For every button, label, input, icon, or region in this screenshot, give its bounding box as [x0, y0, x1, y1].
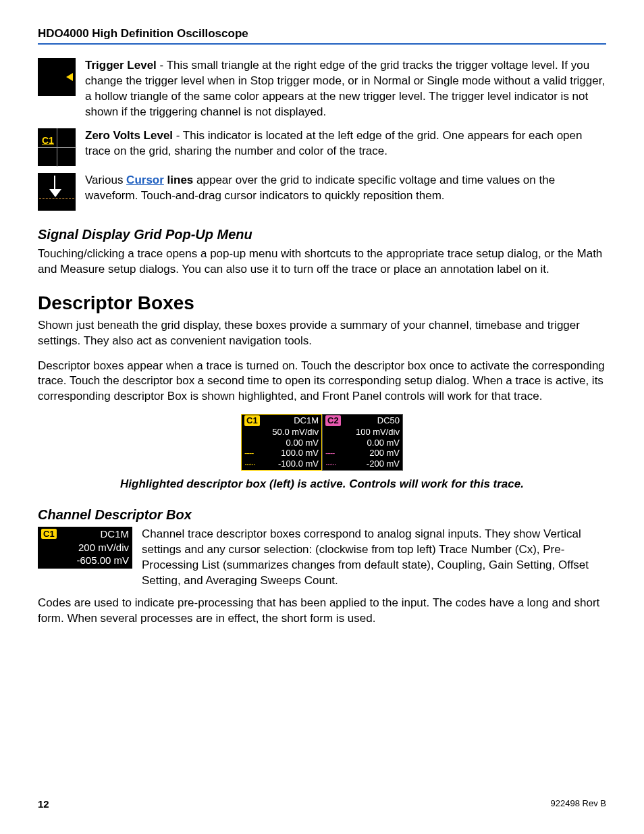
chan-tag: C1 — [41, 529, 57, 539]
cursor-icon — [38, 173, 76, 211]
zero-volts-icon-label: C1 — [42, 135, 54, 146]
page-header: HDO4000 High Definition Oscilloscope — [38, 27, 606, 45]
descriptor-heading: Descriptor Boxes — [38, 292, 606, 314]
revision-label: 922498 Rev B — [551, 798, 606, 810]
trigger-level-row: Trigger Level - This small triangle at t… — [38, 58, 606, 120]
trigger-level-text: - This small triangle at the right edge … — [85, 59, 605, 118]
popup-text: Touching/clicking a trace opens a pop-up… — [38, 246, 606, 278]
zero-volts-row: C1 Zero Volts Level - This indicator is … — [38, 128, 606, 166]
c2-lo: -200 mV — [367, 459, 400, 469]
c1-hi: 100.0 mV — [281, 448, 319, 459]
page-number: 12 — [38, 798, 49, 810]
c2-offset: 0.00 mV — [323, 438, 402, 448]
c1-tag: C1 — [244, 415, 260, 426]
descriptor-caption: Highlighted descriptor box (left) is act… — [38, 477, 606, 491]
c2-coupling: DC50 — [377, 415, 400, 426]
channel-row: C1 DC1M 200 mV/div -605.00 mV Channel tr… — [38, 527, 606, 589]
descriptor-p2: Descriptor boxes appear when a trace is … — [38, 359, 606, 405]
cursor-row: Various Cursor lines appear over the gri… — [38, 173, 606, 211]
chan-coupling: DC1M — [100, 528, 129, 540]
c1-gain: 50.0 mV/div — [242, 427, 321, 438]
cursor-pre: Various — [85, 174, 126, 186]
cursor-link[interactable]: Cursor — [126, 174, 164, 186]
c2-tag: C2 — [325, 415, 341, 426]
channel-descriptor-box[interactable]: C1 DC1M 200 mV/div -605.00 mV — [38, 527, 132, 569]
c1-coupling: DC1M — [294, 415, 319, 426]
trigger-level-icon — [38, 58, 76, 96]
zero-volts-icon: C1 — [38, 128, 76, 166]
channel-text: Channel trace descriptor boxes correspon… — [142, 527, 606, 589]
cursor-post-bold: lines — [164, 174, 193, 186]
zero-volts-label: Zero Volts Level — [85, 129, 173, 142]
descriptor-box-c1[interactable]: C1 DC1M 50.0 mV/div 0.00 mV ----100.0 mV… — [241, 414, 322, 471]
chan-gain: 200 mV/div — [38, 541, 132, 554]
descriptor-box-c2[interactable]: C2 DC50 100 mV/div 0.00 mV ----200 mV ··… — [322, 414, 403, 471]
popup-heading: Signal Display Grid Pop-Up Menu — [38, 227, 606, 242]
page-footer: 12 922498 Rev B — [38, 798, 606, 810]
descriptor-p1: Shown just beneath the grid display, the… — [38, 318, 606, 349]
channel-heading: Channel Descriptor Box — [38, 507, 606, 523]
descriptor-boxes-figure: C1 DC1M 50.0 mV/div 0.00 mV ----100.0 mV… — [38, 414, 606, 471]
codes-text: Codes are used to indicate pre-processin… — [38, 596, 606, 627]
chan-offset: -605.00 mV — [38, 554, 132, 567]
c2-hi: 200 mV — [369, 448, 400, 459]
c2-gain: 100 mV/div — [323, 427, 402, 438]
trigger-level-label: Trigger Level — [85, 59, 157, 72]
c1-offset: 0.00 mV — [242, 438, 321, 448]
c1-lo: -100.0 mV — [278, 459, 319, 469]
